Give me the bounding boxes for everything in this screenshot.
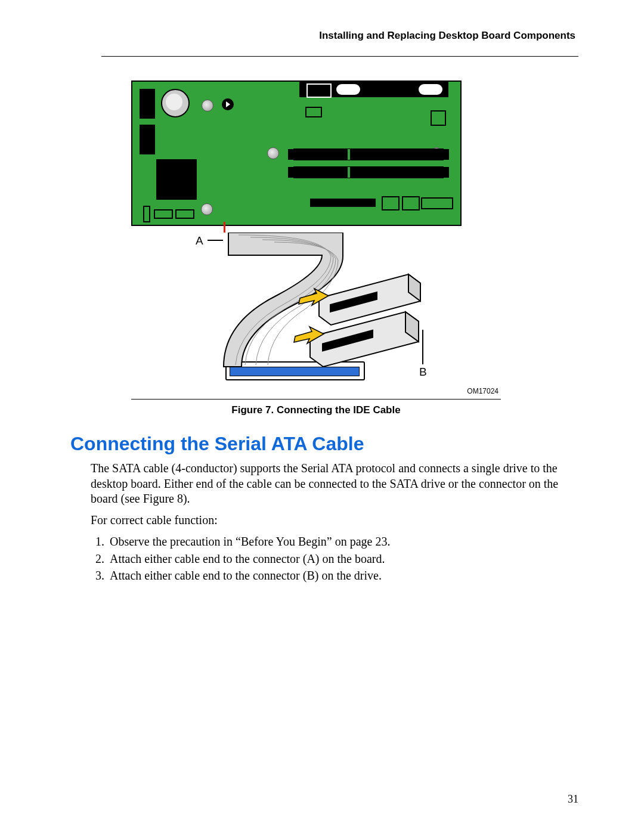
figure-image-code: OM17024 — [467, 387, 499, 395]
list-item: Attach either cable end to the connector… — [107, 568, 578, 583]
header-outline — [421, 197, 453, 209]
header-outline — [402, 196, 420, 210]
paragraph: For correct cable function: — [91, 513, 572, 528]
coin-cell-battery-icon — [161, 89, 190, 117]
header-outline — [175, 209, 194, 219]
rear-io-plate-icon — [140, 89, 155, 119]
header-outline — [154, 209, 173, 219]
list-item: Attach either cable end to the connector… — [107, 551, 578, 566]
chipset-icon — [156, 159, 197, 200]
figure-caption: Figure 7. Connecting the IDE Cable — [131, 404, 501, 416]
callout-label-a: A — [196, 234, 203, 247]
pin1-stripe — [224, 222, 225, 233]
header-outline — [382, 196, 400, 210]
dimm-slot — [293, 148, 444, 160]
callout-leader — [422, 330, 423, 364]
running-header: Installing and Replacing Desktop Board C… — [72, 30, 575, 42]
steps-list: Observe the precaution in “Before You Be… — [91, 534, 578, 583]
port-cutout-detail — [419, 84, 442, 95]
section-heading: Connecting the Serial ATA Cable — [70, 433, 578, 455]
standoff-hole-icon — [202, 100, 213, 112]
header-outline — [143, 206, 150, 222]
play-icon — [222, 98, 234, 110]
section-body: The SATA cable (4-conductor) supports th… — [91, 461, 572, 528]
header-rule — [101, 56, 578, 57]
dimm-slot — [293, 166, 444, 178]
desktop-board — [131, 80, 462, 226]
page-number: 31 — [568, 793, 578, 806]
port-cutout-detail — [306, 83, 332, 98]
figure-rule — [131, 399, 501, 400]
figure-7: A — [131, 80, 501, 416]
port-cutout-detail — [336, 84, 360, 95]
figure-illustration: A — [131, 80, 501, 379]
list-item: Observe the precaution in “Before You Be… — [107, 534, 578, 549]
paragraph: The SATA cable (4-conductor) supports th… — [91, 461, 572, 507]
header-outline — [305, 107, 322, 117]
header-outline — [431, 110, 446, 126]
rear-io-plate-icon — [140, 125, 155, 154]
standoff-hole-icon — [267, 147, 279, 159]
ide-ribbon-assembly — [206, 233, 426, 370]
standoff-hole-icon — [201, 203, 213, 215]
ide-cable-icon — [206, 233, 426, 376]
callout-label-b: B — [419, 366, 427, 379]
header-pins — [310, 199, 376, 207]
